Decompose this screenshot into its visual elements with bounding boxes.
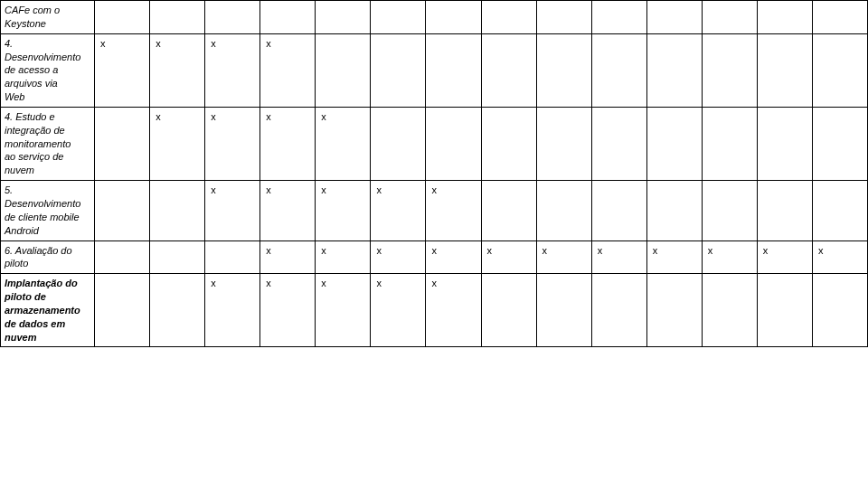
row-label-line: Android — [5, 225, 39, 236]
mark-x: x — [266, 244, 271, 258]
mark-x: x — [376, 244, 382, 258]
mark-cell — [536, 1, 591, 34]
mark-cell — [371, 1, 426, 34]
mark-x: x — [321, 244, 326, 258]
mark-x: x — [211, 184, 216, 197]
mark-cell — [371, 33, 426, 107]
row-label-line: 5. — [5, 184, 13, 195]
mark-x: x — [598, 244, 603, 258]
mark-cell: x — [316, 181, 371, 240]
mark-cell — [95, 107, 150, 180]
row-label-line: de cliente mobile — [5, 212, 80, 222]
mark-cell: x — [646, 240, 702, 274]
mark-x: x — [818, 244, 824, 258]
mark-cell — [812, 107, 867, 180]
mark-cell: x — [260, 240, 316, 274]
row-label-line: CAFe com o — [5, 5, 60, 15]
mark-cell — [812, 1, 867, 34]
mark-cell — [95, 181, 150, 240]
mark-cell — [812, 33, 867, 107]
mark-cell: x — [260, 181, 316, 240]
table-row: 4.Desenvolvimentode acesso aarquivos via… — [1, 33, 868, 107]
mark-cell — [150, 274, 205, 347]
mark-x: x — [211, 277, 216, 290]
row-label-line: 4. — [5, 38, 13, 49]
mark-cell — [646, 274, 702, 347]
mark-cell — [702, 1, 757, 34]
mark-cell — [95, 1, 150, 34]
mark-x: x — [763, 244, 769, 258]
row-label-line: Desenvolvimento — [5, 52, 80, 62]
mark-x: x — [487, 244, 493, 258]
mark-cell: x — [260, 274, 316, 347]
mark-cell — [646, 33, 702, 107]
row-label-line: de dados em — [5, 318, 65, 329]
row-label-line: 4. Estudo e — [5, 111, 55, 122]
mark-cell: x — [260, 33, 316, 107]
row-label-line: armazenamento — [5, 305, 80, 316]
row-label-line: monitoramento — [5, 138, 71, 149]
mark-x: x — [431, 244, 437, 258]
mark-x: x — [266, 277, 271, 290]
mark-cell — [426, 33, 481, 107]
mark-cell — [702, 274, 757, 347]
mark-cell — [536, 107, 591, 180]
row-label: 4. Estudo eintegração demonitoramentoao … — [1, 107, 95, 180]
mark-x: x — [100, 37, 106, 51]
mark-cell: x — [150, 33, 205, 107]
mark-cell — [150, 240, 205, 274]
mark-cell — [426, 1, 481, 34]
row-label: Implantação dopiloto dearmazenamentode d… — [1, 274, 95, 347]
mark-cell — [205, 1, 260, 34]
row-label-line: 6. Avaliação do — [5, 245, 72, 256]
row-label-line: piloto de — [5, 291, 46, 302]
mark-cell — [812, 181, 867, 240]
mark-cell — [591, 107, 646, 180]
row-label: CAFe com oKeystone — [1, 1, 95, 34]
mark-x: x — [321, 184, 326, 197]
row-label-line: nuvem — [5, 332, 36, 343]
mark-cell — [481, 1, 536, 34]
mark-x: x — [542, 244, 548, 258]
row-label-line: arquivos via — [5, 78, 58, 89]
mark-cell — [757, 274, 812, 347]
mark-cell: x — [371, 240, 426, 274]
mark-x: x — [708, 244, 713, 258]
mark-x: x — [156, 110, 161, 124]
table-row: Implantação dopiloto dearmazenamentode d… — [1, 274, 868, 347]
table-row: 4. Estudo eintegração demonitoramentoao … — [1, 107, 868, 180]
table-row: CAFe com oKeystone — [1, 1, 868, 34]
mark-cell — [95, 274, 150, 347]
mark-cell — [757, 181, 812, 240]
mark-cell — [205, 240, 260, 274]
row-label-line: ao serviço de — [5, 151, 63, 162]
mark-cell: x — [316, 107, 371, 180]
row-label-line: Keystone — [5, 18, 46, 29]
mark-x: x — [376, 184, 382, 197]
mark-cell — [591, 274, 646, 347]
mark-cell: x — [205, 181, 260, 240]
mark-cell: x — [591, 240, 646, 274]
mark-cell — [757, 33, 812, 107]
mark-cell — [702, 33, 757, 107]
mark-cell — [150, 1, 205, 34]
row-label-line: Implantação do — [5, 278, 78, 288]
row-label-line: Desenvolvimento — [5, 198, 80, 209]
mark-cell — [95, 240, 150, 274]
mark-cell — [426, 107, 481, 180]
row-label-line: de acesso a — [5, 64, 58, 75]
mark-cell: x — [260, 107, 316, 180]
mark-cell — [812, 274, 867, 347]
mark-cell: x — [150, 107, 205, 180]
mark-cell — [591, 1, 646, 34]
row-label: 6. Avaliação dopiloto — [1, 240, 95, 274]
mark-cell — [757, 107, 812, 180]
mark-x: x — [321, 110, 326, 124]
mark-x: x — [376, 277, 382, 290]
mark-cell — [371, 107, 426, 180]
mark-cell — [646, 181, 702, 240]
mark-cell — [702, 181, 757, 240]
mark-cell: x — [426, 274, 481, 347]
mark-x: x — [156, 37, 161, 51]
mark-cell — [536, 33, 591, 107]
